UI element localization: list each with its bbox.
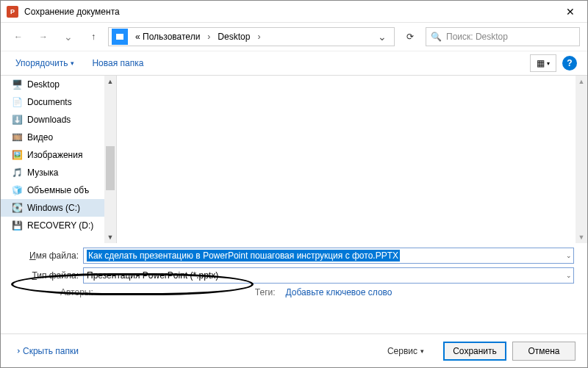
close-button[interactable]: ✕ — [553, 1, 587, 23]
desktop-icon: 🖥️ — [11, 79, 23, 90]
view-icon: ▦ — [537, 58, 545, 68]
filename-input[interactable]: Как сделать презентацию в PowerPoint пош… — [83, 248, 574, 264]
folder-icon — [112, 29, 128, 45]
downloads-icon: ⬇️ — [11, 114, 23, 126]
chevron-down-icon: ⌃ — [11, 347, 21, 355]
address-dropdown[interactable] — [370, 31, 394, 43]
hide-folders-toggle[interactable]: ⌃ Скрыть папки — [12, 346, 79, 356]
save-button[interactable]: Сохранить — [443, 342, 506, 361]
navigation-bar: ← → ↑ « Пользователи Desktop ⟳ 🔍 Поиск: … — [1, 23, 587, 51]
authors-label: Авторы: — [60, 287, 93, 297]
tree-item-windows-c[interactable]: 💽Windows (C:) — [1, 199, 116, 217]
chevron-down-icon[interactable]: ⌄ — [566, 252, 572, 259]
music-icon: 🎵 — [11, 167, 23, 178]
tags-label: Теги: — [255, 287, 276, 297]
tree-item-3d[interactable]: 🧊Объемные объ — [1, 181, 116, 199]
video-icon: 🎞️ — [11, 131, 23, 143]
documents-icon: 📄 — [11, 96, 23, 108]
folder-tree[interactable]: 🖥️Desktop 📄Documents ⬇️Downloads 🎞️Видео… — [1, 76, 117, 243]
chevron-right-icon[interactable] — [204, 32, 213, 42]
cancel-button[interactable]: Отмена — [512, 342, 576, 361]
tree-item-images[interactable]: 🖼️Изображения — [1, 146, 116, 164]
chevron-right-icon[interactable] — [254, 32, 263, 42]
new-folder-button[interactable]: Новая папка — [87, 55, 148, 71]
breadcrumb-desktop[interactable]: Desktop — [213, 28, 254, 46]
help-button[interactable]: ? — [562, 56, 577, 71]
back-button[interactable]: ← — [8, 27, 29, 46]
scroll-down-icon: ▼ — [576, 231, 587, 243]
tree-item-recovery-d[interactable]: 💾RECOVERY (D:) — [1, 217, 116, 234]
scroll-down-icon[interactable]: ▼ — [104, 231, 116, 243]
filetype-label: Тип файла: — [14, 270, 83, 281]
tree-scrollbar[interactable]: ▲ ▼ — [104, 76, 116, 243]
window-title: Сохранение документа — [24, 7, 553, 17]
tree-item-video[interactable]: 🎞️Видео — [1, 129, 116, 146]
save-form: Имя файла: Как сделать презентацию в Pow… — [1, 243, 587, 302]
search-icon: 🔍 — [431, 32, 442, 42]
tools-menu[interactable]: Сервис▾ — [387, 346, 424, 356]
tree-item-desktop[interactable]: 🖥️Desktop — [1, 76, 116, 93]
scroll-up-icon[interactable]: ▲ — [104, 76, 116, 87]
breadcrumb-users[interactable]: « Пользователи — [131, 28, 204, 46]
forward-button: → — [33, 27, 54, 46]
chevron-down-icon[interactable]: ⌄ — [566, 272, 572, 279]
tree-item-documents[interactable]: 📄Documents — [1, 93, 116, 111]
drive-icon: 💽 — [11, 202, 23, 214]
search-placeholder: Поиск: Desktop — [446, 32, 508, 42]
file-list[interactable]: ▲ ▼ — [117, 76, 587, 243]
footer: ⌃ Скрыть папки Сервис▾ Сохранить Отмена — [1, 333, 587, 367]
address-bar[interactable]: « Пользователи Desktop — [108, 27, 395, 46]
organize-menu[interactable]: Упорядочить▾ — [11, 55, 79, 71]
up-button[interactable]: ↑ — [83, 27, 104, 46]
scroll-thumb[interactable] — [106, 146, 115, 190]
toolbar: Упорядочить▾ Новая папка ▦▾ ? — [1, 51, 587, 76]
tree-item-music[interactable]: 🎵Музыка — [1, 164, 116, 181]
filetype-select[interactable]: Презентация PowerPoint (*.pptx) ⌄ — [83, 267, 574, 284]
cube-icon: 🧊 — [11, 184, 23, 196]
file-scrollbar[interactable]: ▲ ▼ — [576, 76, 587, 243]
images-icon: 🖼️ — [11, 149, 23, 161]
main-area: 🖥️Desktop 📄Documents ⬇️Downloads 🎞️Видео… — [1, 76, 587, 243]
title-bar: P Сохранение документа ✕ — [1, 1, 587, 23]
recent-dropdown[interactable] — [58, 27, 79, 46]
powerpoint-icon: P — [7, 6, 18, 18]
filename-label: Имя файла: — [14, 250, 83, 261]
search-input[interactable]: 🔍 Поиск: Desktop — [426, 27, 580, 46]
view-options-button[interactable]: ▦▾ — [530, 54, 556, 72]
tags-input[interactable]: Добавьте ключевое слово — [286, 287, 392, 297]
refresh-button[interactable]: ⟳ — [399, 27, 421, 46]
scroll-up-icon: ▲ — [576, 76, 587, 87]
drive-icon: 💾 — [11, 220, 23, 231]
tree-item-downloads[interactable]: ⬇️Downloads — [1, 111, 116, 129]
